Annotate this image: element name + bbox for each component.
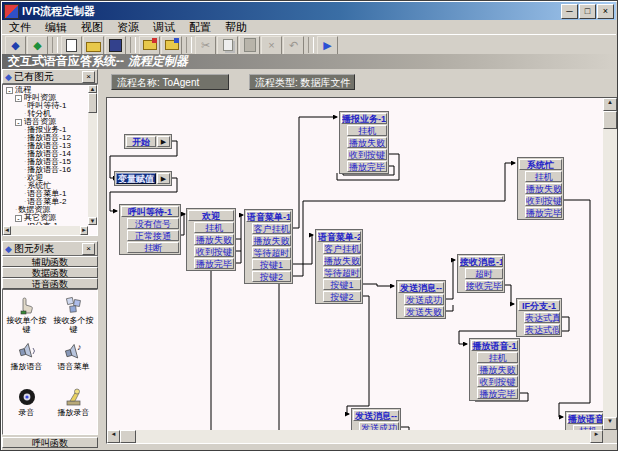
flow-block-port[interactable]: 收到按键 [477,376,518,387]
flow-block-port[interactable]: 播放失败 [323,255,361,266]
palette-item-multi-key[interactable]: 接收多个按键 [50,294,97,340]
menu-item-6[interactable]: 帮助 [218,20,254,35]
flow-block-port[interactable]: 表达式假 [524,324,560,335]
flow-block-port[interactable]: 正常接通 [127,230,179,241]
flow-block-port[interactable]: 挂机 [525,171,562,182]
flow-block-0[interactable]: 开始▶ [124,134,172,149]
tree-expand-icon[interactable]: - [15,119,22,126]
flow-block-port[interactable]: 等待超时 [252,247,291,258]
palette-item-record[interactable]: 录音 [3,386,50,432]
scroll-right-icon[interactable]: ► [590,430,603,443]
flow-block-6[interactable]: 语音菜单-2客户挂机播放失败等待超时按键1按键2 [315,229,363,304]
flow-block-port[interactable]: 等待超时 [323,267,361,278]
play-step-icon[interactable]: ▶ [157,136,170,147]
flow-block-title[interactable]: 发送消息-- [398,282,444,293]
menu-item-3[interactable]: 资源 [110,20,146,35]
flow-block-port[interactable]: 播放完毕 [194,258,234,269]
flow-block-port[interactable]: 播放失败 [525,183,562,194]
tree-item-10[interactable]: ·播放语音-16 [4,166,87,174]
palette-item-voice-menu[interactable]: ♪语音菜单 [50,340,97,386]
flow-block-2[interactable]: 呼叫等待-1没有信号正常接通挂断 [119,204,181,255]
flow-block-7[interactable]: 发送消息--发送成功发送失败 [396,280,446,319]
scroll-thumb[interactable] [88,93,97,113]
flow-block-4[interactable]: 语音菜单-1客户挂机播放失败等待超时按键1按键2 [244,209,293,284]
flow-block-port[interactable]: 按键1 [252,259,291,270]
flow-block-port[interactable]: 播放失败 [194,234,234,245]
flow-block-port[interactable]: 播放完毕 [477,388,518,399]
scroll-up-icon[interactable]: ▲ [88,85,97,93]
flow-block-title[interactable]: 变量赋值 [116,173,156,184]
scroll-up-icon[interactable]: ▲ [603,98,617,111]
restore-button[interactable]: □ [579,4,596,19]
flow-block-port[interactable]: 收到按键 [347,149,387,160]
flow-block-port[interactable]: 播放失败 [252,235,291,246]
scroll-left-icon[interactable]: ◄ [107,430,120,443]
flow-block-3[interactable]: 欢迎挂机播放失败收到按键播放完毕 [186,208,236,271]
tree-horizontal-scrollbar[interactable]: ◄ ► [3,226,88,235]
scroll-thumb[interactable] [603,111,617,129]
flow-block-port[interactable]: 播放完毕 [347,161,387,172]
flow-block-title[interactable]: 开始 [126,136,156,147]
flow-block-13[interactable]: 播放语音-1挂机播放失败 [565,411,603,430]
flow-block-10[interactable]: 系统忙挂机播放失败收到按键播放完毕 [517,157,564,220]
flow-block-port[interactable]: 按键2 [323,291,361,302]
flow-block-port[interactable]: 按键2 [252,271,291,282]
tree-expand-icon[interactable]: - [15,95,22,102]
tree-expand-icon[interactable]: - [6,87,13,94]
flow-block-port[interactable]: 播放失败 [347,137,387,148]
close-button[interactable]: × [597,4,614,19]
flow-block-port[interactable]: 发送成功 [359,422,399,430]
new-file-icon[interactable] [61,36,82,55]
tree-vertical-scrollbar[interactable]: ▲ ▼ [88,85,97,225]
nav-forward-diamond-icon[interactable]: ◆ [27,36,48,55]
flow-block-port[interactable]: 接收完毕 [465,280,503,291]
scroll-down-icon[interactable]: ▼ [603,417,617,430]
flow-block-port[interactable]: 播放失败 [477,364,518,375]
flow-block-title[interactable]: 播放语音-1 [471,340,518,351]
flow-block-port[interactable]: 发送失败 [404,306,444,317]
flow-block-title[interactable]: IF分支-1 [518,300,560,311]
flow-canvas-view[interactable]: 开始▶变量赋值▶呼叫等待-1没有信号正常接通挂断欢迎挂机播放失败收到按键播放完毕… [107,98,603,430]
flow-block-1[interactable]: 变量赋值▶ [114,171,172,186]
flow-canvas[interactable]: 开始▶变量赋值▶呼叫等待-1没有信号正常接通挂断欢迎挂机播放失败收到按键播放完毕… [106,97,618,444]
menu-item-0[interactable]: 文件 [2,20,38,35]
flow-block-9[interactable]: IF分支-1表达式真表达式假 [516,298,562,337]
flow-block-12[interactable]: 发送消息--发送成功发送失败 [351,408,401,430]
scroll-left-icon[interactable]: ◄ [3,226,11,235]
minimize-button[interactable]: ─ [561,4,578,19]
run-icon[interactable]: ▶ [317,36,338,55]
palette-item-play-voice[interactable]: 播放语音 [3,340,50,386]
canvas-vertical-scrollbar[interactable]: ▲ ▼ [603,98,617,430]
flow-block-title[interactable]: 系统忙 [519,159,562,170]
export-flow-icon[interactable] [161,36,182,55]
flow-block-title[interactable]: 播报业务-1 [341,113,387,124]
flow-block-5[interactable]: 播报业务-1挂机播放失败收到按键播放完毕 [339,111,389,174]
flow-block-port[interactable]: 客户挂机 [323,243,361,254]
flow-block-port[interactable]: 挂机 [477,352,518,363]
section-2[interactable]: 语音函数 [2,278,98,289]
canvas-horizontal-scrollbar[interactable]: ◄ ► [107,430,603,443]
tree-expand-icon[interactable]: - [15,215,22,222]
flow-block-title[interactable]: 欢迎 [188,210,234,221]
scroll-thumb[interactable] [120,430,136,443]
palette-item-play-record[interactable]: 播放录音 [50,386,97,432]
scroll-right-icon[interactable]: ► [80,226,88,235]
menu-item-4[interactable]: 调试 [146,20,182,35]
open-folder-icon[interactable] [83,36,104,55]
flow-block-port[interactable]: 播放完毕 [525,207,562,218]
flow-block-port[interactable]: 挂断 [127,242,179,253]
palette-item-single-key[interactable]: 接收单个按键 [3,294,50,340]
save-icon[interactable] [105,36,126,55]
flow-block-title[interactable]: 呼叫等待-1 [121,206,179,217]
scroll-down-icon[interactable]: ▼ [88,217,97,225]
flow-block-port[interactable]: 客户挂机 [252,223,291,234]
flow-block-port[interactable]: 按键1 [323,279,361,290]
tree-item-17[interactable]: ·IP分支-1 [4,222,87,225]
flow-block-title[interactable]: 接收消息-1 [459,256,503,267]
flow-block-port[interactable]: 没有信号 [127,218,179,229]
nav-back-diamond-icon[interactable]: ◆ [5,36,26,55]
menu-item-1[interactable]: 编辑 [38,20,74,35]
flow-block-title[interactable]: 语音菜单-2 [317,231,361,242]
title-bar[interactable]: IVR流程定制器 ─ □ × [2,2,616,20]
close-panel-icon[interactable]: × [82,71,95,83]
